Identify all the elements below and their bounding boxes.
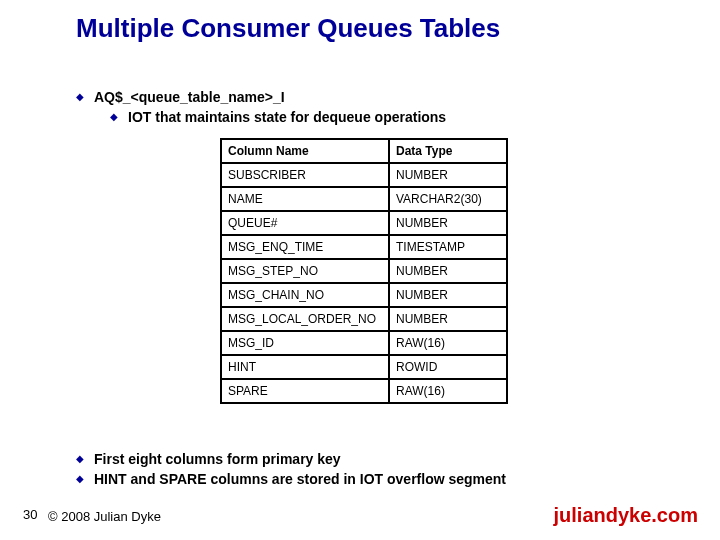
cell-datatype: NUMBER bbox=[389, 211, 507, 235]
diamond-bullet-icon: ◆ bbox=[76, 91, 84, 102]
cell-datatype: NUMBER bbox=[389, 259, 507, 283]
cell-datatype: RAW(16) bbox=[389, 379, 507, 403]
diamond-bullet-icon: ◆ bbox=[110, 111, 118, 122]
bullet-text: IOT that maintains state for dequeue ope… bbox=[128, 108, 446, 126]
table-row: MSG_CHAIN_NONUMBER bbox=[221, 283, 507, 307]
site-url: juliandyke.com bbox=[554, 504, 699, 527]
table-header-row: Column Name Data Type bbox=[221, 139, 507, 163]
table-row: MSG_LOCAL_ORDER_NONUMBER bbox=[221, 307, 507, 331]
body-content: ◆ AQ$_<queue_table_name>_I ◆ IOT that ma… bbox=[76, 88, 656, 126]
diamond-bullet-icon: ◆ bbox=[76, 473, 84, 484]
cell-colname: HINT bbox=[221, 355, 389, 379]
header-data-type: Data Type bbox=[389, 139, 507, 163]
cell-colname: NAME bbox=[221, 187, 389, 211]
cell-datatype: NUMBER bbox=[389, 283, 507, 307]
table-row: MSG_IDRAW(16) bbox=[221, 331, 507, 355]
table-row: MSG_STEP_NONUMBER bbox=[221, 259, 507, 283]
bullet-level1: ◆ First eight columns form primary key bbox=[76, 450, 506, 468]
bullet-level1: ◆ AQ$_<queue_table_name>_I bbox=[76, 88, 656, 106]
bullet-text: HINT and SPARE columns are stored in IOT… bbox=[94, 470, 506, 488]
cell-datatype: TIMESTAMP bbox=[389, 235, 507, 259]
cell-colname: MSG_ID bbox=[221, 331, 389, 355]
bullet-text: AQ$_<queue_table_name>_I bbox=[94, 88, 285, 106]
cell-colname: MSG_CHAIN_NO bbox=[221, 283, 389, 307]
cell-datatype: NUMBER bbox=[389, 163, 507, 187]
cell-colname: SUBSCRIBER bbox=[221, 163, 389, 187]
cell-colname: MSG_STEP_NO bbox=[221, 259, 389, 283]
bullet-level1: ◆ HINT and SPARE columns are stored in I… bbox=[76, 470, 506, 488]
footer-bullets: ◆ First eight columns form primary key ◆… bbox=[76, 450, 506, 490]
copyright-text: © 2008 Julian Dyke bbox=[48, 509, 161, 524]
cell-datatype: NUMBER bbox=[389, 307, 507, 331]
cell-datatype: VARCHAR2(30) bbox=[389, 187, 507, 211]
header-column-name: Column Name bbox=[221, 139, 389, 163]
table-row: SPARERAW(16) bbox=[221, 379, 507, 403]
slide-title: Multiple Consumer Queues Tables bbox=[76, 14, 500, 44]
cell-colname: MSG_LOCAL_ORDER_NO bbox=[221, 307, 389, 331]
table-row: HINTROWID bbox=[221, 355, 507, 379]
cell-colname: SPARE bbox=[221, 379, 389, 403]
slide: Multiple Consumer Queues Tables ◆ AQ$_<q… bbox=[0, 0, 720, 540]
table-row: SUBSCRIBERNUMBER bbox=[221, 163, 507, 187]
columns-table: Column Name Data Type SUBSCRIBERNUMBER N… bbox=[220, 138, 508, 404]
cell-colname: MSG_ENQ_TIME bbox=[221, 235, 389, 259]
table-row: NAMEVARCHAR2(30) bbox=[221, 187, 507, 211]
cell-datatype: ROWID bbox=[389, 355, 507, 379]
cell-colname: QUEUE# bbox=[221, 211, 389, 235]
diamond-bullet-icon: ◆ bbox=[76, 453, 84, 464]
cell-datatype: RAW(16) bbox=[389, 331, 507, 355]
table-row: QUEUE#NUMBER bbox=[221, 211, 507, 235]
table-row: MSG_ENQ_TIMETIMESTAMP bbox=[221, 235, 507, 259]
bullet-level2: ◆ IOT that maintains state for dequeue o… bbox=[110, 108, 656, 126]
bullet-text: First eight columns form primary key bbox=[94, 450, 341, 468]
page-number: 30 bbox=[23, 507, 37, 522]
